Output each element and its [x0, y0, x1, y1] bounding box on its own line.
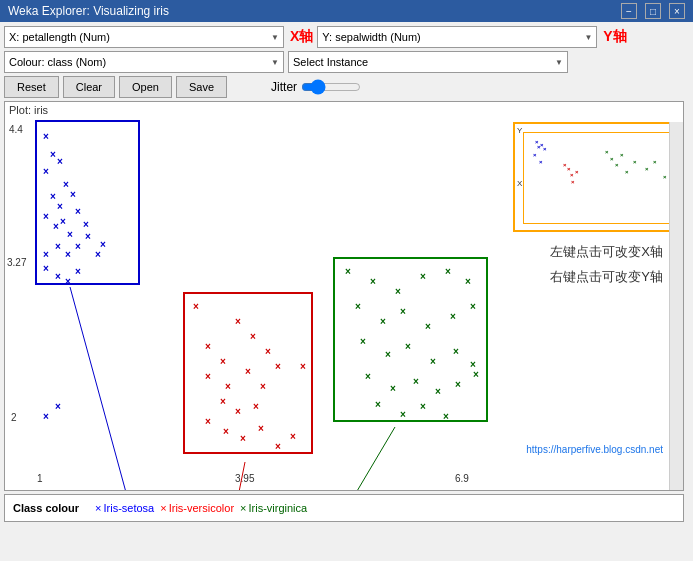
minimap: Y X × × × × × × × × × × × × × × × × × × [513, 122, 673, 232]
open-button[interactable]: Open [119, 76, 172, 98]
point-blue: × [43, 412, 49, 422]
reset-button[interactable]: Reset [4, 76, 59, 98]
y-axis-dropdown[interactable]: Y: sepalwidth (Num) ▼ [317, 26, 597, 48]
x-axis-annotation: X轴 [290, 28, 313, 46]
vertical-scrollbar[interactable] [669, 122, 683, 490]
colour-label: Colour: class (Nom) [9, 56, 106, 68]
y-label-mid: 3.27 [7, 257, 26, 268]
y-label-min: 2 [11, 412, 17, 423]
jitter-label: Jitter [271, 80, 297, 94]
x-axis-label: X: petallength (Num) [9, 31, 110, 43]
y-axis-annotation: Y轴 [603, 28, 626, 46]
restore-button[interactable]: □ [645, 3, 661, 19]
legend-virginica-label: Iris-virginica [249, 502, 308, 514]
main-content: X: petallength (Num) ▼ X轴 Y: sepalwidth … [0, 22, 693, 526]
x-label-max: 6.9 [455, 473, 469, 484]
x-label-mid: 3.95 [235, 473, 254, 484]
blue-selection-rect [35, 120, 140, 285]
mini-y-label: Y [517, 126, 522, 135]
class-colour-bar: Class colour × Iris-setosa × Iris-versic… [4, 494, 684, 522]
colour-row: Colour: class (Nom) ▼ Select Instance ▼ [4, 51, 689, 73]
jitter-area: Jitter [271, 79, 361, 95]
red-selection-rect [183, 292, 313, 454]
class-colour-title: Class colour [13, 502, 79, 514]
select-instance-dropdown[interactable]: Select Instance ▼ [288, 51, 568, 73]
y-axis-arrow-icon: ▼ [584, 33, 592, 42]
select-instance-arrow-icon: ▼ [555, 58, 563, 67]
select-instance-label: Select Instance [293, 56, 368, 68]
x-axis-dropdown[interactable]: X: petallength (Num) ▼ [4, 26, 284, 48]
jitter-slider[interactable] [301, 79, 361, 95]
legend-versicolor: × Iris-versicolor [160, 502, 234, 514]
mini-orange-rect [523, 132, 671, 224]
plot-title: Plot: iris [5, 102, 683, 118]
colour-arrow-icon: ▼ [271, 58, 279, 67]
x-label-min: 1 [37, 473, 43, 484]
colour-dropdown[interactable]: Colour: class (Nom) ▼ [4, 51, 284, 73]
annotation-line2: 右键点击可改变Y轴 [550, 267, 663, 288]
annotation-line1: 左键点击可改变X轴 [550, 242, 663, 263]
y-axis-label: Y: sepalwidth (Num) [322, 31, 420, 43]
minimap-inner: Y X × × × × × × × × × × × × × × × × × × [515, 124, 671, 230]
clear-button[interactable]: Clear [63, 76, 115, 98]
svg-line-2 [315, 427, 395, 490]
minimize-button[interactable]: − [621, 3, 637, 19]
window-title: Weka Explorer: Visualizing iris [8, 4, 169, 18]
save-button[interactable]: Save [176, 76, 227, 98]
y-label-max: 4.4 [9, 124, 23, 135]
legend-versicolor-marker: × [160, 502, 166, 514]
axis-row: X: petallength (Num) ▼ X轴 Y: sepalwidth … [4, 26, 689, 48]
title-bar: Weka Explorer: Visualizing iris − □ × [0, 0, 693, 22]
legend-versicolor-label: Iris-versicolor [169, 502, 234, 514]
legend-setosa-marker: × [95, 502, 101, 514]
legend-virginica-marker: × [240, 502, 246, 514]
watermark: https://harperfive.blog.csdn.net [526, 444, 663, 455]
annotation-area: 左键点击可改变X轴 右键点击可改变Y轴 [550, 242, 663, 288]
x-axis-arrow-icon: ▼ [271, 33, 279, 42]
mini-x-label: X [517, 179, 522, 188]
green-selection-rect [333, 257, 488, 422]
svg-line-0 [70, 287, 145, 490]
legend-setosa-label: Iris-setosa [103, 502, 154, 514]
legend-virginica: × Iris-virginica [240, 502, 307, 514]
toolbar: Reset Clear Open Save Jitter [4, 76, 689, 98]
close-button[interactable]: × [669, 3, 685, 19]
point-blue: × [55, 402, 61, 412]
plot-area: Plot: iris 4.4 3.27 2 1 3.95 6.9 × × × ×… [4, 101, 684, 491]
legend-setosa: × Iris-setosa [95, 502, 154, 514]
